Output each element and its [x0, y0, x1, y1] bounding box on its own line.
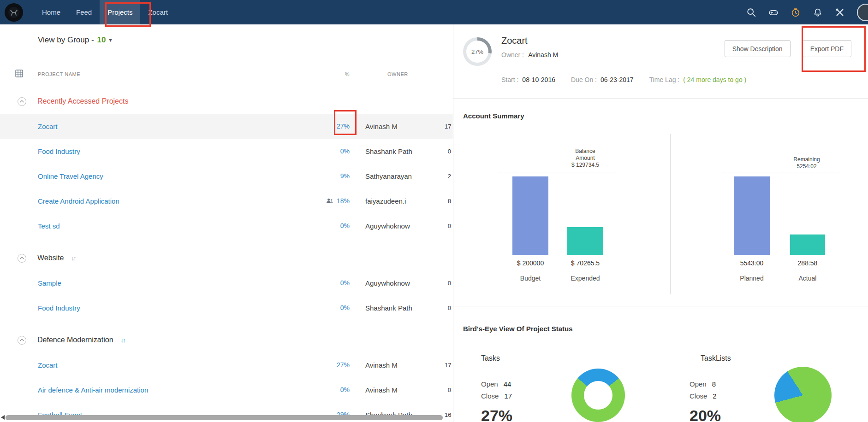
- group-count: 10: [97, 35, 106, 45]
- group-header[interactable]: Recently Accessed Projects: [0, 89, 453, 114]
- view-by-group-dropdown[interactable]: View by Group - 10 ▾: [38, 35, 112, 45]
- project-owner: Avinash M: [365, 123, 445, 130]
- project-percent: 27%: [295, 361, 354, 369]
- project-count: 8: [445, 198, 453, 205]
- table-row[interactable]: Air defence & Anti-air modernization 0% …: [0, 377, 453, 402]
- progress-ring: 27%: [463, 37, 492, 66]
- brand-logo[interactable]: [5, 3, 23, 22]
- user-avatar[interactable]: [857, 4, 868, 21]
- start-label: Start :: [501, 76, 518, 83]
- tools-icon[interactable]: [835, 7, 845, 18]
- chevron-down-icon: ▾: [109, 37, 112, 43]
- project-owner: Shashank Path: [365, 147, 445, 155]
- nav-item-home[interactable]: Home: [34, 0, 68, 24]
- timer-icon[interactable]: [791, 7, 801, 18]
- export-pdf-button[interactable]: Export PDF: [803, 40, 851, 57]
- owner-name: Avinash M: [528, 51, 558, 59]
- project-name-link[interactable]: Create Android Application: [38, 197, 295, 205]
- group-website: Website ↓↑ Sample 0% Aguywhoknow 0 Food …: [0, 246, 453, 320]
- table-row[interactable]: Food Industry 0% Shashank Path 0: [0, 295, 453, 320]
- actual-category: Actual: [780, 275, 835, 282]
- project-owner: faiyazudeen.i: [365, 197, 445, 205]
- planned-value: 5543:00: [724, 259, 779, 267]
- notifications-icon[interactable]: [813, 7, 823, 18]
- tasks-donut-chart: [571, 369, 625, 422]
- tasklists-open-row: Open8: [690, 380, 716, 388]
- collapse-icon[interactable]: [18, 254, 26, 263]
- tasks-label: Tasks: [481, 354, 500, 363]
- expended-bar: [567, 227, 603, 255]
- tasklists-percent: 20%: [690, 407, 721, 422]
- project-count: 17: [445, 123, 453, 130]
- brand-logo-icon: [8, 6, 20, 18]
- scroll-left-arrow[interactable]: [1, 415, 5, 420]
- project-name-link[interactable]: Zocart: [38, 361, 295, 369]
- group-title: Defence Modernization: [37, 336, 113, 344]
- tasks-open-row: Open44: [481, 380, 511, 388]
- table-row[interactable]: Zocart 27% Avinash M 17: [0, 114, 453, 139]
- project-name-link[interactable]: Online Travel Agency: [38, 172, 295, 180]
- collapse-icon[interactable]: [18, 97, 26, 106]
- project-name-link[interactable]: Test sd: [38, 222, 295, 230]
- nav-item-projects[interactable]: Projects: [100, 0, 140, 24]
- project-groups: Recently Accessed Projects Zocart 27% Av…: [0, 89, 453, 422]
- project-count: 0: [445, 148, 453, 155]
- group-title: Recently Accessed Projects: [37, 97, 128, 106]
- group-header[interactable]: Defence Modernization ↓↑: [0, 328, 453, 352]
- remaining-threshold-line: [721, 172, 841, 172]
- users-icon: [326, 198, 333, 204]
- navbar-actions: [746, 4, 868, 21]
- table-row[interactable]: Test sd 0% Aguywhoknow 0: [0, 213, 453, 238]
- table-row[interactable]: Food Industry 0% Shashank Path 0: [0, 139, 453, 164]
- tasks-percent: 27%: [481, 407, 512, 422]
- due-label: Due On :: [571, 76, 597, 83]
- group-recently-accessed: Recently Accessed Projects Zocart 27% Av…: [0, 89, 453, 238]
- games-icon[interactable]: [768, 7, 779, 18]
- project-count: 0: [445, 223, 453, 229]
- project-detail-owner: Owner : Avinash M: [501, 51, 558, 59]
- group-header[interactable]: Website ↓↑: [0, 246, 453, 270]
- column-header-project-name[interactable]: PROJECT NAME: [38, 71, 295, 77]
- detail-actions: Show Description Export PDF: [725, 40, 851, 57]
- table-header: PROJECT NAME % OWNER: [0, 70, 453, 78]
- main-nav: Home Feed Projects Zocart: [34, 0, 176, 24]
- horizontal-scrollbar[interactable]: [6, 415, 443, 420]
- project-owner: Aguywhoknow: [365, 222, 445, 230]
- table-row[interactable]: Online Travel Agency 9% Sathyanarayan 2: [0, 164, 453, 188]
- project-owner: Avinash M: [365, 386, 445, 394]
- project-percent: 0%: [295, 386, 354, 393]
- nav-item-zocart[interactable]: Zocart: [140, 0, 176, 24]
- table-row[interactable]: Create Android Application 18% faiyazude…: [0, 188, 453, 213]
- show-description-button[interactable]: Show Description: [725, 40, 791, 57]
- sort-icon[interactable]: ↓↑: [121, 337, 125, 344]
- nav-item-feed[interactable]: Feed: [68, 0, 100, 24]
- project-percent: 0%: [295, 222, 354, 229]
- search-icon[interactable]: [746, 7, 756, 18]
- project-name-link[interactable]: Zocart: [38, 123, 295, 130]
- project-name-link[interactable]: Air defence & Anti-air modernization: [38, 386, 295, 394]
- hours-chart: [721, 135, 841, 255]
- project-count: 2: [445, 173, 453, 180]
- planned-bar: [734, 176, 770, 255]
- table-row[interactable]: Zocart 27% Avinash M 17: [0, 352, 453, 377]
- project-name-link[interactable]: Food Industry: [38, 147, 295, 155]
- account-summary-title: Account Summary: [463, 112, 524, 120]
- project-percent: 18%: [295, 197, 354, 205]
- project-name-link[interactable]: Sample: [38, 279, 295, 287]
- start-date: 08-10-2016: [522, 76, 555, 83]
- column-header-owner[interactable]: OWNER: [365, 71, 445, 77]
- table-grid-icon[interactable]: [15, 70, 23, 77]
- collapse-icon[interactable]: [18, 336, 26, 345]
- divider: [453, 306, 868, 306]
- owner-label: Owner :: [501, 51, 524, 59]
- column-header-percent[interactable]: %: [295, 71, 354, 77]
- project-count: 0: [445, 305, 453, 311]
- balance-threshold-line: [499, 172, 616, 172]
- project-name-link[interactable]: Food Industry: [38, 304, 295, 312]
- time-lag-label: Time Lag :: [649, 76, 680, 83]
- table-row[interactable]: Sample 0% Aguywhoknow 0: [0, 270, 453, 295]
- projects-list-panel: View by Group - 10 ▾ PROJECT NAME % OWNE…: [0, 24, 453, 422]
- tasklists-close-row: Close2: [690, 392, 717, 400]
- sort-icon[interactable]: ↓↑: [71, 255, 76, 262]
- actual-bar: [790, 234, 825, 255]
